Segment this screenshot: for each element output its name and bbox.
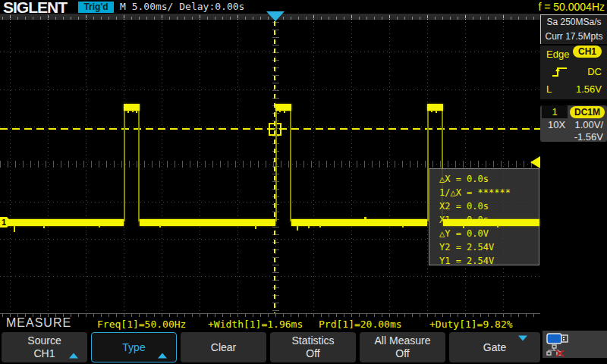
- menu-button-type[interactable]: Type: [91, 332, 177, 362]
- menu-value: Off: [306, 347, 319, 360]
- menu-label: All Measure: [375, 334, 431, 347]
- trace-noise-spike: [436, 110, 437, 113]
- vertical-offset: -1.56V: [574, 131, 603, 143]
- measurement-duty: +Duty[1]=9.82%: [429, 318, 513, 330]
- sample-rate: Sa 250MSa/s: [541, 15, 607, 30]
- trace-noise-spike: [136, 110, 137, 113]
- trigger-level-icon: [530, 156, 540, 168]
- trace-noise-spike: [463, 225, 464, 228]
- trace-noise-spike: [14, 225, 15, 232]
- cursor-readout-panel: △X = 0.0s 1/△X = ****** X2 = 0.0s X1 = 0…: [429, 168, 539, 265]
- cursor-line-dy: △Y = 0.0V: [429, 227, 539, 240]
- grid-center-horizontal-ticks: [0, 161, 540, 168]
- grid-line-horizontal: [0, 276, 540, 277]
- channel-number: 1: [542, 105, 568, 118]
- trace-noise-spike: [319, 225, 321, 228]
- trace-low-segment: [0, 219, 124, 226]
- trace-noise-spike: [99, 225, 100, 228]
- menu-button-gate[interactable]: Gate: [449, 332, 540, 362]
- trace-noise-spike: [159, 225, 161, 228]
- cursor-line-x2: X2 = 0.0s: [429, 199, 539, 213]
- submenu-up-arrow-icon: [158, 341, 168, 354]
- trigger-position-icon: [266, 11, 285, 21]
- menu-label: Type: [122, 341, 145, 354]
- trigger-type: Edge: [546, 46, 569, 63]
- trace-noise-spike: [43, 225, 45, 228]
- trace-noise-spike: [308, 225, 310, 228]
- trace-noise-spike: [431, 110, 432, 112]
- menu-button-statistics[interactable]: Statistics Off: [270, 332, 356, 362]
- trace-noise-spike: [279, 110, 281, 112]
- timebase-readout: M 5.00ms/ Delay:0.00s: [120, 1, 244, 12]
- measurement-freq: Freq[1]=50.00Hz: [97, 318, 186, 330]
- trace-low-segment: [443, 219, 539, 226]
- menu-value: CH1: [33, 347, 55, 360]
- trace-edge: [290, 108, 291, 221]
- menu-label: Clear: [211, 341, 236, 354]
- cursor-line-dx: △X = 0.0s: [429, 172, 539, 186]
- trace-noise-spike: [284, 110, 285, 113]
- grid-line-horizontal: [0, 52, 540, 52]
- menu-button-all-measure[interactable]: All Measure Off: [360, 332, 445, 362]
- grid-bottom-edge: [0, 313, 540, 318]
- trigger-level-label: L: [546, 80, 552, 98]
- trigger-status-badge: Trig'd: [78, 2, 114, 13]
- submenu-down-arrow-icon: [518, 341, 528, 354]
- trigger-source-badge: CH1: [573, 46, 602, 58]
- measure-page-title: MEASURE: [6, 316, 71, 330]
- trace-noise-spike: [132, 110, 134, 112]
- status-icon-panel: [543, 331, 607, 358]
- grid-line-horizontal: [0, 89, 540, 90]
- channel1-info-box: 1 DC1M 10X 1.00V/ -1.56V: [540, 105, 607, 142]
- trace-noise-spike: [497, 225, 498, 228]
- probe-attenuation: 10X: [548, 119, 565, 131]
- measurement-period: Prd[1]=20.00ms: [319, 318, 402, 330]
- bottom-minor-ticks: [2, 314, 540, 317]
- submenu-up-arrow-icon: [69, 341, 79, 354]
- lan-disconnected-icon: [546, 344, 566, 357]
- menu-label: Statistics: [291, 334, 334, 347]
- cursor-line-y1: Y1 = 2.54V: [429, 254, 539, 268]
- channel-coupling-badge: DC1M: [570, 106, 605, 118]
- trace-edge: [138, 108, 140, 221]
- trigger-level-value: 1.56V: [576, 80, 602, 98]
- trace-noise-spike: [127, 110, 129, 113]
- trace-edge: [124, 108, 125, 221]
- trace-edge: [275, 108, 277, 221]
- trace-noise-spike: [297, 225, 298, 231]
- trigger-info-box: Edge CH1 DC L 1.56V: [540, 46, 607, 99]
- menu-label: Gate: [483, 341, 506, 354]
- trace-low-segment: [291, 219, 427, 226]
- cursor-line-1dx: 1/△X = ******: [429, 186, 539, 199]
- menu-value: Off: [395, 347, 409, 360]
- trace-noise-spike: [255, 225, 256, 229]
- cursor-line-y2: Y2 = 2.54V: [429, 240, 539, 254]
- menu-button-source[interactable]: Source CH1: [2, 332, 87, 362]
- memory-depth: Curr 17.5Mpts: [541, 30, 607, 44]
- trace-noise-spike: [402, 225, 404, 228]
- measurement-width: +Width[1]=1.96ms: [208, 318, 303, 330]
- oscilloscope-screen: SIGLENT Trig'd M 5.00ms/ Delay:0.00s f =…: [0, 0, 607, 364]
- vertical-scale: 1.00V/: [574, 119, 603, 131]
- acquisition-info-box: Sa 250MSa/s Curr 17.5Mpts: [540, 14, 607, 44]
- usb-icon: [546, 333, 569, 344]
- frequency-counter: f = 50.0004Hz: [531, 1, 605, 13]
- trigger-coupling: DC: [587, 63, 602, 80]
- menu-label: Source: [27, 334, 61, 347]
- menu-button-clear[interactable]: Clear: [181, 332, 266, 362]
- trace-noise-spike: [364, 217, 366, 219]
